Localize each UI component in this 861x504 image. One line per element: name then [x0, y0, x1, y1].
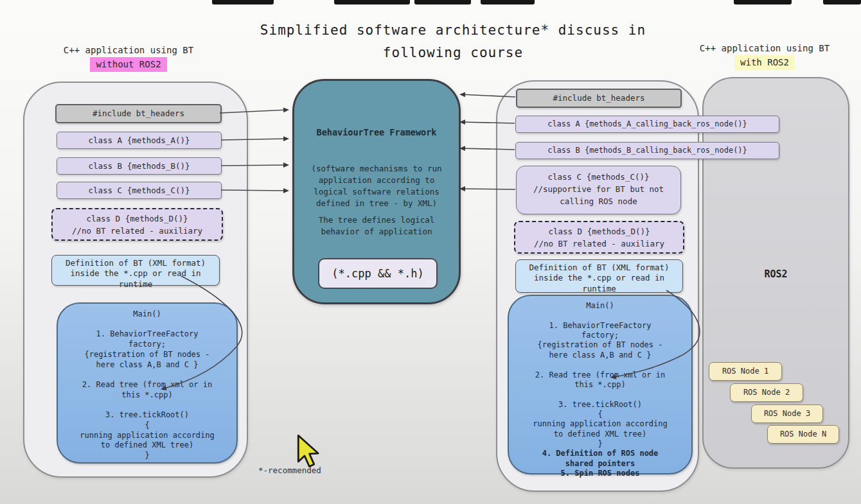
right-header-text: C++ application using BT: [700, 43, 830, 53]
with-ros2-highlight: with ROS2: [734, 55, 795, 70]
ros-node-2: ROS Node 2: [730, 383, 803, 402]
right-class-b-box: class B {methods_B_calling_back_ros_node…: [515, 142, 779, 159]
right-main-ros-steps: 4. Definition of ROS node shared pointer…: [509, 449, 691, 478]
left-main-box: Main() 1. BehaviorTreeFactory factory; {…: [57, 302, 238, 464]
top-bar-segment: [823, 0, 861, 4]
left-class-c-box: class C {methods_C()}: [57, 182, 222, 199]
without-ros2-highlight: without ROS2: [90, 57, 166, 72]
behaviourtree-framework-box: BehaviourTree Framework (software mechan…: [292, 79, 461, 304]
ros-node-1: ROS Node 1: [709, 362, 782, 381]
ros-node-3: ROS Node 3: [751, 404, 823, 423]
slide-diagram: Simplified software architecture* discus…: [0, 0, 861, 504]
left-class-d-box: class D {methods_D()} //no BT related - …: [51, 208, 223, 241]
left-definition-box: Definition of BT (XML format) inside the…: [51, 255, 220, 286]
right-class-c-box: class C {methods_C()} //supportive for B…: [516, 166, 681, 214]
right-main-box: Main() 1. BehaviorTreeFactory factory; {…: [508, 295, 693, 474]
mouse-cursor-icon: [298, 435, 318, 466]
framework-description-2: The tree defines logical behavior of app…: [294, 214, 459, 238]
framework-description: (software mechanisms to run application …: [294, 163, 459, 210]
ros-node-n: ROS Node N: [767, 425, 839, 444]
left-class-b-box: class B {methods_B()}: [57, 157, 222, 175]
right-class-d-box: class D {methods_D()} //no BT related - …: [514, 221, 684, 254]
ros2-label: ROS2: [704, 268, 848, 280]
top-bar-segment: [734, 0, 792, 4]
cpp-h-file-box: (*.cpp && *.h): [318, 258, 438, 289]
left-column-header: C++ application using BT without ROS2: [26, 44, 231, 72]
right-column-header: C++ application using BT with ROS2: [668, 42, 861, 70]
right-main-steps: Main() 1. BehaviorTreeFactory factory; {…: [509, 301, 691, 449]
right-include-box: #include bt_headers: [516, 89, 682, 108]
left-include-box: #include bt_headers: [55, 104, 222, 123]
slide-title: Simplified software architecture* discus…: [193, 19, 713, 64]
top-bar-segment: [481, 0, 535, 4]
top-bar-segment: [414, 0, 471, 4]
top-bar-segment: [212, 0, 274, 4]
left-class-a-box: class A {methods_A()}: [57, 132, 222, 149]
left-header-text: C++ application using BT: [64, 45, 193, 55]
recommended-footnote: *-recommended: [258, 465, 321, 475]
right-definition-box: Definition of BT (XML format) inside the…: [515, 259, 683, 293]
right-class-a-box: class A {methods_A_calling_back_ros_node…: [515, 116, 779, 133]
top-bar-segment: [334, 0, 410, 4]
framework-title: BehaviourTree Framework: [294, 127, 459, 137]
